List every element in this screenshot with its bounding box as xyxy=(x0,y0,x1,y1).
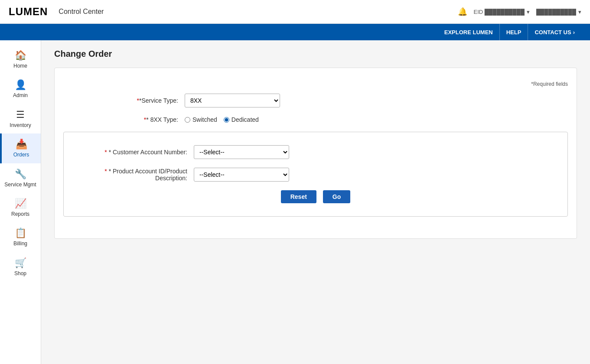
user-menu[interactable]: ██████████ ▾ xyxy=(536,9,581,15)
page-title: Change Order xyxy=(54,49,577,59)
inner-form-card: * * Customer Account Number: --Select-- … xyxy=(63,132,568,217)
radio-switched-label[interactable]: Switched xyxy=(185,116,217,123)
sidebar-item-reports[interactable]: 📈 Reports xyxy=(0,193,41,222)
8xx-type-row: ** 8XX Type: Switched Dedicated xyxy=(63,116,568,123)
radio-dedicated-label[interactable]: Dedicated xyxy=(224,116,259,123)
required-star-customer: * xyxy=(104,149,107,156)
service-type-row: **Service Type: 8XX xyxy=(63,94,568,107)
top-header: LUMEN Control Center 🔔 EID ██████████ ▾ … xyxy=(0,0,590,24)
sidebar-label-service-mgmt: Service Mgmt xyxy=(4,182,36,188)
product-account-row: * * Product Account ID/Product Descripti… xyxy=(72,168,559,182)
8xx-type-label: ** 8XX Type: xyxy=(63,116,185,123)
radio-switched[interactable] xyxy=(185,117,190,123)
blue-nav-bar: EXPLORE LUMEN HELP CONTACT US › xyxy=(0,24,590,40)
required-star-product: * xyxy=(104,168,107,175)
reports-icon: 📈 xyxy=(15,198,26,209)
logo-text: LUMEN xyxy=(9,6,48,18)
sidebar-item-inventory[interactable]: ☰ Inventory xyxy=(0,104,41,133)
sidebar-label-reports: Reports xyxy=(11,211,29,217)
user-label: ██████████ xyxy=(536,9,576,15)
8xx-type-label-text: * 8XX Type: xyxy=(146,116,178,123)
nav-contact-us[interactable]: CONTACT US › xyxy=(528,24,581,40)
outer-form-card: *Required fields **Service Type: 8XX ** … xyxy=(54,68,577,239)
reset-button[interactable]: Reset xyxy=(281,190,316,203)
sidebar-label-home: Home xyxy=(13,63,27,69)
go-button[interactable]: Go xyxy=(323,190,350,203)
sidebar-item-orders[interactable]: 📥 Orders xyxy=(0,133,41,163)
header-right: 🔔 EID ██████████ ▾ ██████████ ▾ xyxy=(458,7,582,16)
eid-chevron-icon: ▾ xyxy=(527,9,530,15)
sidebar-item-admin[interactable]: 👤 Admin xyxy=(0,74,41,104)
service-type-label: **Service Type: xyxy=(63,97,185,104)
logo: LUMEN xyxy=(9,6,48,18)
customer-account-row: * * Customer Account Number: --Select-- xyxy=(72,145,559,159)
service-type-label-text: *Service Type: xyxy=(139,97,178,104)
sidebar: 🏠 Home 👤 Admin ☰ Inventory 📥 Orders 🔧 Se… xyxy=(0,40,41,364)
inventory-icon: ☰ xyxy=(16,109,25,120)
billing-icon: 📋 xyxy=(15,228,26,239)
customer-account-label: * * Customer Account Number: xyxy=(72,149,194,156)
customer-account-select[interactable]: --Select-- xyxy=(194,145,289,159)
dedicated-label: Dedicated xyxy=(231,116,259,123)
sidebar-label-admin: Admin xyxy=(13,92,28,98)
sidebar-item-home[interactable]: 🏠 Home xyxy=(0,45,41,74)
sidebar-item-shop[interactable]: 🛒 Shop xyxy=(0,252,41,282)
notification-bell-icon[interactable]: 🔔 xyxy=(458,7,467,16)
service-type-select[interactable]: 8XX xyxy=(185,94,280,107)
required-note: *Required fields xyxy=(63,81,568,87)
sidebar-item-billing[interactable]: 📋 Billing xyxy=(0,222,41,252)
user-chevron-icon: ▾ xyxy=(578,9,581,15)
customer-account-label-text: * Customer Account Number: xyxy=(109,149,187,156)
eid-selector[interactable]: EID ██████████ ▾ xyxy=(474,9,530,15)
shop-icon: 🛒 xyxy=(15,257,26,269)
contact-arrow-icon: › xyxy=(573,29,575,36)
main-content: Change Order *Required fields **Service … xyxy=(41,40,590,364)
sidebar-label-inventory: Inventory xyxy=(10,122,31,128)
service-mgmt-icon: 🔧 xyxy=(15,169,26,180)
sidebar-item-service-mgmt[interactable]: 🔧 Service Mgmt xyxy=(0,163,41,193)
form-button-row: Reset Go xyxy=(72,190,559,203)
sidebar-label-shop: Shop xyxy=(14,270,26,276)
orders-icon: 📥 xyxy=(16,139,27,150)
sidebar-label-orders: Orders xyxy=(13,152,29,158)
product-account-label-text: * Product Account ID/Product Description… xyxy=(109,168,187,182)
switched-label: Switched xyxy=(192,116,217,123)
home-icon: 🏠 xyxy=(15,50,26,61)
radio-dedicated[interactable] xyxy=(224,117,229,123)
app-title: Control Center xyxy=(59,8,104,16)
product-account-label: * * Product Account ID/Product Descripti… xyxy=(72,168,194,182)
admin-icon: 👤 xyxy=(15,79,26,91)
nav-help[interactable]: HELP xyxy=(500,24,528,40)
8xx-type-radio-group: Switched Dedicated xyxy=(185,116,259,123)
nav-explore-lumen[interactable]: EXPLORE LUMEN xyxy=(438,24,500,40)
main-layout: 🏠 Home 👤 Admin ☰ Inventory 📥 Orders 🔧 Se… xyxy=(0,40,590,364)
sidebar-label-billing: Billing xyxy=(13,240,27,247)
product-account-select[interactable]: --Select-- xyxy=(194,168,289,182)
eid-label: EID ██████████ xyxy=(474,9,525,15)
